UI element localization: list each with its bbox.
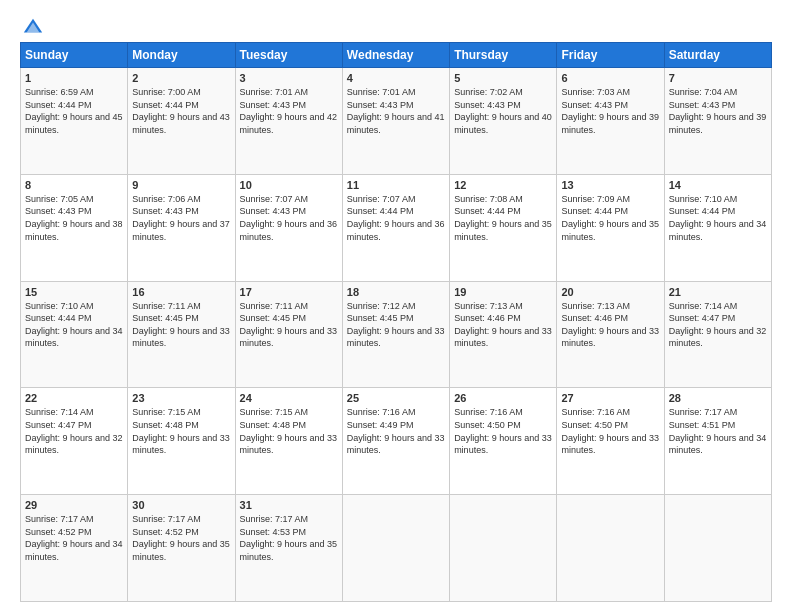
day-number: 17 <box>240 286 338 298</box>
calendar-cell: 17Sunrise: 7:11 AMSunset: 4:45 PMDayligh… <box>235 281 342 388</box>
cell-info: Sunrise: 7:00 AMSunset: 4:44 PMDaylight:… <box>132 87 230 135</box>
day-header-sunday: Sunday <box>21 43 128 68</box>
calendar-cell: 28Sunrise: 7:17 AMSunset: 4:51 PMDayligh… <box>664 388 771 495</box>
day-number: 3 <box>240 72 338 84</box>
day-number: 13 <box>561 179 659 191</box>
calendar-cell: 18Sunrise: 7:12 AMSunset: 4:45 PMDayligh… <box>342 281 449 388</box>
week-row-5: 29Sunrise: 7:17 AMSunset: 4:52 PMDayligh… <box>21 495 772 602</box>
calendar-cell: 12Sunrise: 7:08 AMSunset: 4:44 PMDayligh… <box>450 174 557 281</box>
day-number: 11 <box>347 179 445 191</box>
day-number: 2 <box>132 72 230 84</box>
day-number: 12 <box>454 179 552 191</box>
week-row-1: 1Sunrise: 6:59 AMSunset: 4:44 PMDaylight… <box>21 68 772 175</box>
cell-info: Sunrise: 7:11 AMSunset: 4:45 PMDaylight:… <box>240 301 338 349</box>
calendar-cell: 27Sunrise: 7:16 AMSunset: 4:50 PMDayligh… <box>557 388 664 495</box>
header <box>20 16 772 34</box>
day-number: 29 <box>25 499 123 511</box>
day-header-wednesday: Wednesday <box>342 43 449 68</box>
calendar-cell: 9Sunrise: 7:06 AMSunset: 4:43 PMDaylight… <box>128 174 235 281</box>
calendar-cell <box>664 495 771 602</box>
calendar-cell: 16Sunrise: 7:11 AMSunset: 4:45 PMDayligh… <box>128 281 235 388</box>
day-number: 22 <box>25 392 123 404</box>
day-number: 6 <box>561 72 659 84</box>
cell-info: Sunrise: 7:01 AMSunset: 4:43 PMDaylight:… <box>240 87 338 135</box>
day-number: 9 <box>132 179 230 191</box>
logo-icon <box>22 16 44 38</box>
day-header-saturday: Saturday <box>664 43 771 68</box>
cell-info: Sunrise: 7:17 AMSunset: 4:52 PMDaylight:… <box>25 514 123 562</box>
calendar-cell: 10Sunrise: 7:07 AMSunset: 4:43 PMDayligh… <box>235 174 342 281</box>
calendar-cell: 23Sunrise: 7:15 AMSunset: 4:48 PMDayligh… <box>128 388 235 495</box>
header-row: SundayMondayTuesdayWednesdayThursdayFrid… <box>21 43 772 68</box>
day-number: 16 <box>132 286 230 298</box>
day-header-friday: Friday <box>557 43 664 68</box>
day-number: 7 <box>669 72 767 84</box>
calendar-cell: 5Sunrise: 7:02 AMSunset: 4:43 PMDaylight… <box>450 68 557 175</box>
calendar-cell: 1Sunrise: 6:59 AMSunset: 4:44 PMDaylight… <box>21 68 128 175</box>
day-number: 10 <box>240 179 338 191</box>
cell-info: Sunrise: 7:05 AMSunset: 4:43 PMDaylight:… <box>25 194 123 242</box>
calendar-cell: 19Sunrise: 7:13 AMSunset: 4:46 PMDayligh… <box>450 281 557 388</box>
calendar-cell: 15Sunrise: 7:10 AMSunset: 4:44 PMDayligh… <box>21 281 128 388</box>
calendar-cell: 13Sunrise: 7:09 AMSunset: 4:44 PMDayligh… <box>557 174 664 281</box>
day-number: 28 <box>669 392 767 404</box>
calendar-cell: 20Sunrise: 7:13 AMSunset: 4:46 PMDayligh… <box>557 281 664 388</box>
cell-info: Sunrise: 7:13 AMSunset: 4:46 PMDaylight:… <box>454 301 552 349</box>
day-number: 19 <box>454 286 552 298</box>
day-number: 14 <box>669 179 767 191</box>
cell-info: Sunrise: 7:08 AMSunset: 4:44 PMDaylight:… <box>454 194 552 242</box>
cell-info: Sunrise: 7:01 AMSunset: 4:43 PMDaylight:… <box>347 87 445 135</box>
day-number: 4 <box>347 72 445 84</box>
cell-info: Sunrise: 7:12 AMSunset: 4:45 PMDaylight:… <box>347 301 445 349</box>
day-number: 5 <box>454 72 552 84</box>
cell-info: Sunrise: 7:06 AMSunset: 4:43 PMDaylight:… <box>132 194 230 242</box>
calendar-table: SundayMondayTuesdayWednesdayThursdayFrid… <box>20 42 772 602</box>
day-number: 8 <box>25 179 123 191</box>
cell-info: Sunrise: 7:16 AMSunset: 4:50 PMDaylight:… <box>561 407 659 455</box>
calendar-cell: 6Sunrise: 7:03 AMSunset: 4:43 PMDaylight… <box>557 68 664 175</box>
cell-info: Sunrise: 7:15 AMSunset: 4:48 PMDaylight:… <box>240 407 338 455</box>
calendar-cell: 26Sunrise: 7:16 AMSunset: 4:50 PMDayligh… <box>450 388 557 495</box>
calendar-cell: 7Sunrise: 7:04 AMSunset: 4:43 PMDaylight… <box>664 68 771 175</box>
calendar-cell: 31Sunrise: 7:17 AMSunset: 4:53 PMDayligh… <box>235 495 342 602</box>
cell-info: Sunrise: 7:17 AMSunset: 4:53 PMDaylight:… <box>240 514 338 562</box>
cell-info: Sunrise: 7:11 AMSunset: 4:45 PMDaylight:… <box>132 301 230 349</box>
week-row-4: 22Sunrise: 7:14 AMSunset: 4:47 PMDayligh… <box>21 388 772 495</box>
calendar-cell: 3Sunrise: 7:01 AMSunset: 4:43 PMDaylight… <box>235 68 342 175</box>
day-number: 26 <box>454 392 552 404</box>
day-number: 30 <box>132 499 230 511</box>
cell-info: Sunrise: 7:15 AMSunset: 4:48 PMDaylight:… <box>132 407 230 455</box>
day-number: 24 <box>240 392 338 404</box>
calendar-cell: 30Sunrise: 7:17 AMSunset: 4:52 PMDayligh… <box>128 495 235 602</box>
day-number: 20 <box>561 286 659 298</box>
week-row-3: 15Sunrise: 7:10 AMSunset: 4:44 PMDayligh… <box>21 281 772 388</box>
cell-info: Sunrise: 7:16 AMSunset: 4:49 PMDaylight:… <box>347 407 445 455</box>
cell-info: Sunrise: 6:59 AMSunset: 4:44 PMDaylight:… <box>25 87 123 135</box>
cell-info: Sunrise: 7:16 AMSunset: 4:50 PMDaylight:… <box>454 407 552 455</box>
calendar-cell: 4Sunrise: 7:01 AMSunset: 4:43 PMDaylight… <box>342 68 449 175</box>
cell-info: Sunrise: 7:09 AMSunset: 4:44 PMDaylight:… <box>561 194 659 242</box>
day-number: 18 <box>347 286 445 298</box>
cell-info: Sunrise: 7:17 AMSunset: 4:51 PMDaylight:… <box>669 407 767 455</box>
cell-info: Sunrise: 7:04 AMSunset: 4:43 PMDaylight:… <box>669 87 767 135</box>
day-number: 25 <box>347 392 445 404</box>
week-row-2: 8Sunrise: 7:05 AMSunset: 4:43 PMDaylight… <box>21 174 772 281</box>
day-number: 31 <box>240 499 338 511</box>
calendar-cell: 22Sunrise: 7:14 AMSunset: 4:47 PMDayligh… <box>21 388 128 495</box>
calendar-cell: 29Sunrise: 7:17 AMSunset: 4:52 PMDayligh… <box>21 495 128 602</box>
page: SundayMondayTuesdayWednesdayThursdayFrid… <box>0 0 792 612</box>
calendar-cell: 2Sunrise: 7:00 AMSunset: 4:44 PMDaylight… <box>128 68 235 175</box>
calendar-cell: 24Sunrise: 7:15 AMSunset: 4:48 PMDayligh… <box>235 388 342 495</box>
cell-info: Sunrise: 7:02 AMSunset: 4:43 PMDaylight:… <box>454 87 552 135</box>
cell-info: Sunrise: 7:07 AMSunset: 4:43 PMDaylight:… <box>240 194 338 242</box>
day-number: 23 <box>132 392 230 404</box>
calendar-cell <box>342 495 449 602</box>
cell-info: Sunrise: 7:10 AMSunset: 4:44 PMDaylight:… <box>669 194 767 242</box>
cell-info: Sunrise: 7:17 AMSunset: 4:52 PMDaylight:… <box>132 514 230 562</box>
calendar-cell: 14Sunrise: 7:10 AMSunset: 4:44 PMDayligh… <box>664 174 771 281</box>
day-header-monday: Monday <box>128 43 235 68</box>
calendar-cell: 11Sunrise: 7:07 AMSunset: 4:44 PMDayligh… <box>342 174 449 281</box>
cell-info: Sunrise: 7:14 AMSunset: 4:47 PMDaylight:… <box>669 301 767 349</box>
logo <box>20 16 44 34</box>
calendar-cell: 8Sunrise: 7:05 AMSunset: 4:43 PMDaylight… <box>21 174 128 281</box>
